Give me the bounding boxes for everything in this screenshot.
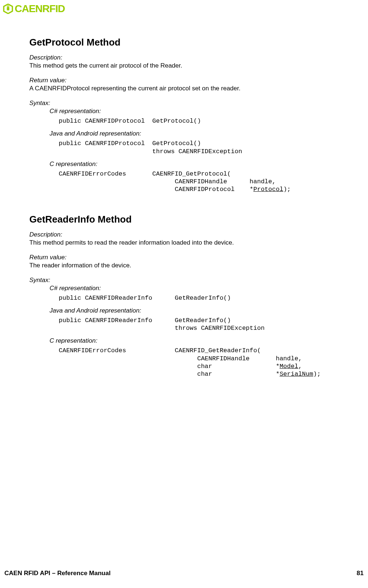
page-footer: CAEN RFID API – Reference Manual 81 <box>4 570 364 577</box>
description-label: Description: <box>29 231 339 238</box>
code-c-part1: CAENRFIDErrorCodes CAENRFID_GetReaderInf… <box>59 347 302 370</box>
code-c-tail: ); <box>283 186 291 193</box>
code-csharp: public CAENRFIDProtocol GetProtocol() <box>50 117 339 125</box>
brand-text: CAENRFID <box>15 3 65 15</box>
rep-label-csharp: C# representation: <box>50 108 339 115</box>
code-c: CAENRFIDErrorCodes CAENRFID_GetReaderInf… <box>50 347 339 378</box>
method-getprotocol: GetProtocol Method Description: This met… <box>29 37 339 194</box>
hex-icon <box>3 4 13 14</box>
method-getreaderinfo: GetReaderInfo Method Description: This m… <box>29 214 339 378</box>
svg-point-2 <box>7 6 9 7</box>
syntax-label: Syntax: <box>29 100 339 107</box>
rep-label-java: Java and Android representation: <box>50 307 339 314</box>
code-csharp: public CAENRFIDReaderInfo GetReaderInfo(… <box>50 294 339 302</box>
brand-logo: CAENRFID <box>3 3 65 15</box>
page-number: 81 <box>357 570 364 577</box>
code-java: public CAENRFIDProtocol GetProtocol() th… <box>50 140 339 155</box>
code-c: CAENRFIDErrorCodes CAENRFID_GetProtocol(… <box>50 170 339 194</box>
code-c-tail: ); <box>313 371 321 378</box>
return-label: Return value: <box>29 254 339 261</box>
page-content: GetProtocol Method Description: This met… <box>29 37 339 378</box>
rep-label-java: Java and Android representation: <box>50 130 339 137</box>
code-c-part1: CAENRFIDErrorCodes CAENRFID_GetProtocol(… <box>59 170 276 193</box>
code-c-underline1: Model <box>280 363 298 370</box>
svg-rect-1 <box>7 7 10 10</box>
return-text: A CAENRFIDProtocol representing the curr… <box>29 85 339 92</box>
code-c-underline2: SerialNum <box>280 371 313 378</box>
return-label: Return value: <box>29 77 339 84</box>
code-java: public CAENRFIDReaderInfo GetReaderInfo(… <box>50 317 339 332</box>
footer-title: CAEN RFID API – Reference Manual <box>4 570 110 577</box>
method-title: GetProtocol Method <box>29 37 339 48</box>
method-title: GetReaderInfo Method <box>29 214 339 225</box>
rep-label-c: C representation: <box>50 337 339 344</box>
description-label: Description: <box>29 54 339 61</box>
description-text: This method gets the current air protoco… <box>29 62 339 69</box>
code-c-underline: Protocol <box>254 186 284 193</box>
return-text: The reader information of the device. <box>29 262 339 269</box>
rep-label-csharp: C# representation: <box>50 285 339 292</box>
description-text: This method permits to read the reader i… <box>29 239 339 246</box>
syntax-label: Syntax: <box>29 277 339 284</box>
rep-label-c: C representation: <box>50 160 339 168</box>
